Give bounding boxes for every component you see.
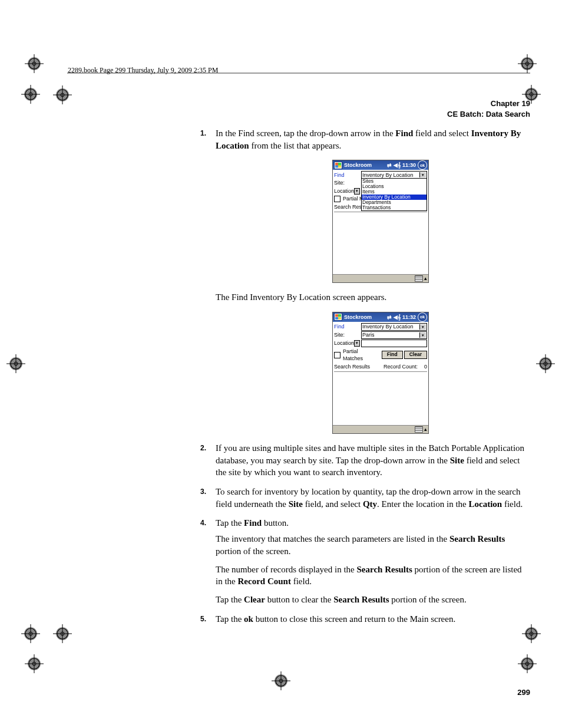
step-number: 3. [200,487,206,497]
find-label: Find [334,172,360,179]
pda2-time: 11:32 [402,314,416,321]
step-5: 5. Tap the ok button to close this scree… [200,613,530,625]
partial-matches-label: Partial Matches [343,348,379,363]
site-label: Site: [334,179,360,186]
windows-flag-icon [334,162,342,169]
volume-icon: ◀𝄞 [394,162,401,169]
dropdown-arrow-icon[interactable]: ▾ [354,188,360,195]
pda-screenshot-2: Stockroom ⇄ ◀𝄞 11:32 ok Find Inventory B… [332,312,429,434]
connectivity-icon: ⇄ [387,162,392,169]
find-dropdown[interactable]: Inventory By Location ▾ [361,323,427,331]
keyboard-icon[interactable] [415,275,423,282]
chapter-heading: Chapter 19 CE Batch: Data Search [68,98,530,119]
dropdown-arrow-icon[interactable]: ▾ [354,340,360,347]
pda1-title: Stockroom [344,162,385,169]
dropdown-arrow-icon: ▾ [419,172,426,177]
up-arrow-icon[interactable]: ▴ [424,426,427,433]
windows-flag-icon [334,313,342,321]
chapter-number: Chapter 19 [68,98,530,109]
location-label: Location [334,187,354,195]
step-3: 3. To search for inventory by location b… [200,486,530,510]
find-button[interactable]: Find [382,351,403,359]
step-1: 1. In the Find screen, tap the drop-down… [200,127,530,434]
chapter-title: CE Batch: Data Search [68,109,530,120]
ok-button[interactable]: ok [418,160,427,170]
pda2-bottombar: ▴ [333,425,428,433]
step-4: 4. Tap the Find button. The inventory th… [200,517,530,605]
clear-button[interactable]: Clear [404,351,427,359]
site-label: Site: [334,331,360,338]
connectivity-icon: ⇄ [387,314,392,321]
page-number: 299 [517,688,530,697]
step-number: 2. [200,443,206,453]
partial-match-checkbox[interactable] [334,196,340,202]
step-number: 5. [200,614,206,624]
pda2-titlebar: Stockroom ⇄ ◀𝄞 11:32 ok [333,312,428,322]
search-results-label: Search Results [334,363,370,370]
partial-matches-checkbox[interactable] [334,352,340,358]
figure-1: Stockroom ⇄ ◀𝄞 11:30 ok Find Inventory B… [231,160,530,283]
up-arrow-icon[interactable]: ▴ [424,275,427,282]
step-number: 1. [200,129,206,139]
location-label: Location [334,340,354,347]
find-dropdown-list[interactable]: Sites Locations Items Inventory By Locat… [361,178,427,211]
option-transactions[interactable]: Transactions [362,205,427,210]
site-dropdown[interactable]: Paris ▾ [361,331,427,339]
results-area [334,212,427,274]
volume-icon: ◀𝄞 [394,314,401,321]
step-number: 4. [200,518,206,528]
find-label: Find [334,323,360,330]
pda1-titlebar: Stockroom ⇄ ◀𝄞 11:30 ok [333,160,428,170]
dropdown-arrow-icon: ▾ [419,324,426,330]
keyboard-icon[interactable] [415,426,423,433]
figure-2: Stockroom ⇄ ◀𝄞 11:32 ok Find Inventory B… [231,312,530,434]
mid-paragraph: The Find Inventory By Location screen ap… [216,291,530,304]
record-count-label: Record Count: [384,363,418,370]
pda1-time: 11:30 [402,162,416,169]
results-area [334,371,427,425]
step-2: 2. If you are using multiple sites and h… [200,442,530,479]
dropdown-arrow-icon: ▾ [419,332,426,338]
record-count-value: 0 [419,363,427,370]
content-column: 1. In the Find screen, tap the drop-down… [200,127,530,625]
pda2-title: Stockroom [344,314,385,321]
location-input[interactable] [361,340,427,347]
running-head: 2289.book Page 299 Thursday, July 9, 200… [68,66,530,75]
ok-button[interactable]: ok [418,312,427,322]
pda-screenshot-1: Stockroom ⇄ ◀𝄞 11:30 ok Find Inventory B… [332,160,429,283]
pda1-bottombar: ▴ [333,274,428,282]
